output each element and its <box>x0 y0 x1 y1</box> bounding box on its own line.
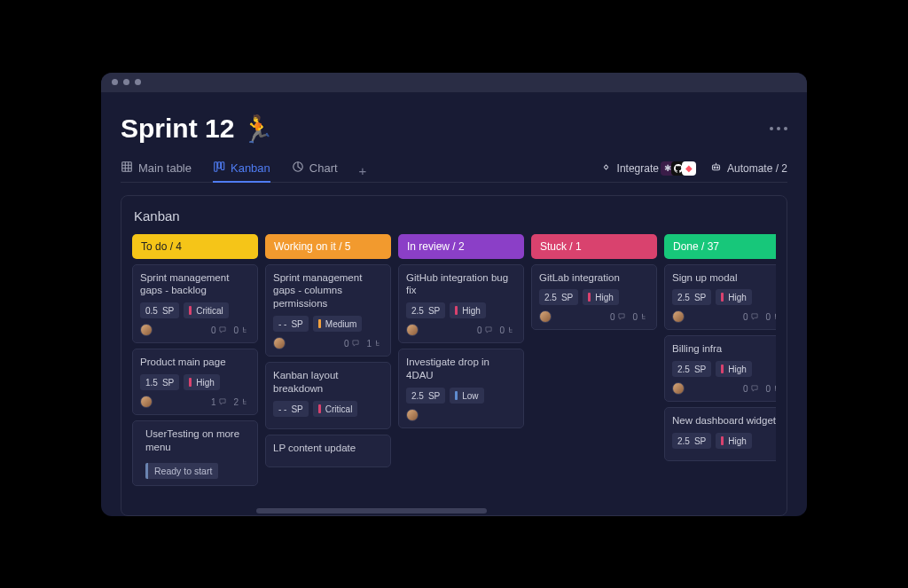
svg-rect-0 <box>122 162 132 172</box>
card-title: GitLab integration <box>539 271 649 285</box>
card-tags: - -SP Critical <box>273 401 383 417</box>
priority-pill: High <box>716 361 752 377</box>
card[interactable]: Kanban layout breakdown - -SP Critical <box>265 362 391 429</box>
traffic-light-maximize[interactable] <box>135 79 141 85</box>
subitem-count: 0 <box>765 312 776 322</box>
card-footer <box>406 409 516 421</box>
avatar <box>672 382 685 395</box>
kanban-columns: To do / 4 Sprint management gaps - backl… <box>132 234 776 514</box>
card-title: Billing infra <box>672 342 776 356</box>
automate-button[interactable]: Automate / 2 <box>710 161 787 176</box>
card[interactable]: GitLab integration 2.5SP High 0 0 <box>531 264 657 331</box>
priority-pill: High <box>716 433 752 449</box>
comment-count: 1 <box>211 397 228 407</box>
avatar <box>539 310 552 323</box>
page-title: Sprint 12 🏃 <box>121 114 274 145</box>
subitem-count: 0 <box>499 325 516 335</box>
story-points-pill: 0.5SP <box>140 302 179 318</box>
priority-pill: Medium <box>313 316 363 332</box>
column-header[interactable]: Stuck / 1 <box>531 234 657 259</box>
comment-count: 0 <box>211 325 228 335</box>
card[interactable]: Product main page 1.5SP High 1 2 <box>132 349 258 415</box>
card[interactable]: UserTesting on more menu Ready to start <box>132 420 258 486</box>
horizontal-scrollbar[interactable] <box>256 508 487 514</box>
priority-pill: High <box>716 289 752 305</box>
traffic-light-close[interactable] <box>112 79 118 85</box>
column-review: In review / 2 GitHub integration bug fix… <box>398 234 524 514</box>
chart-icon <box>292 161 304 176</box>
svg-rect-3 <box>222 161 224 169</box>
story-points-pill: 2.5SP <box>406 302 445 318</box>
card-footer: 0 0 <box>140 324 250 336</box>
card-tags: 2.5SP High <box>539 289 649 305</box>
page-content: Sprint 12 🏃 Main table Kanban Chart + <box>101 92 807 516</box>
kanban-board: Kanban To do / 4 Sprint management gaps … <box>121 195 787 516</box>
card-tags: 2.5SP High <box>672 361 776 377</box>
subitem-count: 1 <box>366 339 383 349</box>
priority-pill: Low <box>450 388 483 404</box>
tab-label: Chart <box>309 161 338 175</box>
board-title: Kanban <box>132 208 776 223</box>
tab-chart[interactable]: Chart <box>292 161 338 181</box>
page-title-emoji: 🏃 <box>241 114 274 145</box>
column-done: Done / 37 Sign up modal 2.5SP High <box>664 234 776 514</box>
tab-main-table[interactable]: Main table <box>121 161 192 181</box>
card-footer: 1 2 <box>140 396 250 408</box>
card-title: UserTesting on more menu <box>145 427 250 454</box>
subitem-count: 0 <box>765 384 776 394</box>
card[interactable]: GitHub integration bug fix 2.5SP High 0 … <box>398 264 524 344</box>
integrate-icon <box>600 161 612 176</box>
card-tags: 0.5SP Critical <box>140 302 250 318</box>
board-actions: Integrate ✱ ◆ Automate / 2 <box>600 161 787 181</box>
card[interactable]: LP content update <box>265 435 391 467</box>
story-points-pill: 1.5SP <box>140 374 179 390</box>
add-view-button[interactable]: + <box>359 163 367 178</box>
card[interactable]: Sign up modal 2.5SP High 0 0 <box>664 264 776 331</box>
card-title: LP content update <box>273 442 383 455</box>
integrate-label: Integrate <box>617 162 659 175</box>
integrate-button[interactable]: Integrate ✱ ◆ <box>600 161 696 176</box>
priority-pill: Critical <box>313 401 358 417</box>
svg-rect-2 <box>218 161 221 168</box>
comment-count: 0 <box>610 312 627 322</box>
column-working: Working on it / 5 Sprint management gaps… <box>265 234 391 514</box>
traffic-light-minimize[interactable] <box>123 79 129 85</box>
card[interactable]: Billing infra 2.5SP High 0 0 <box>664 335 776 402</box>
card-title: Product main page <box>140 356 250 369</box>
story-points-pill: - -SP <box>273 401 309 417</box>
story-points-pill: 2.5SP <box>672 289 711 305</box>
kanban-icon <box>213 161 225 176</box>
priority-pill: High <box>184 374 220 390</box>
card[interactable]: Sprint management gaps - backlog 0.5SP C… <box>132 264 258 344</box>
column-stuck: Stuck / 1 GitLab integration 2.5SP High <box>531 234 657 514</box>
priority-pill: Critical <box>184 302 229 318</box>
svg-point-6 <box>714 167 716 169</box>
card[interactable]: New dashboard widget 2.5SP High <box>664 407 776 461</box>
card[interactable]: Investigate drop in 4DAU 2.5SP Low <box>398 349 524 428</box>
card-title: Kanban layout breakdown <box>273 369 383 396</box>
page-header: Sprint 12 🏃 <box>121 114 787 145</box>
avatar <box>140 396 153 408</box>
column-header[interactable]: In review / 2 <box>398 234 524 259</box>
card-list: Sprint management gaps - backlog 0.5SP C… <box>132 264 258 487</box>
gitlab-icon: ◆ <box>682 161 696 176</box>
comment-count: 0 <box>477 325 494 335</box>
card-tags: 2.5SP High <box>672 433 776 449</box>
card-title: Sprint management gaps - columns permiss… <box>273 271 383 311</box>
column-header[interactable]: Done / 37 <box>664 234 776 259</box>
card-title: Sprint management gaps - backlog <box>140 271 250 298</box>
card-list: GitLab integration 2.5SP High 0 0 <box>531 264 657 331</box>
svg-rect-1 <box>215 161 217 171</box>
tab-kanban[interactable]: Kanban <box>213 161 270 183</box>
svg-point-7 <box>716 167 718 169</box>
story-points-pill: 2.5SP <box>672 433 711 449</box>
column-header[interactable]: To do / 4 <box>132 234 258 259</box>
card-list: Sign up modal 2.5SP High 0 0 <box>664 264 776 462</box>
card[interactable]: Sprint management gaps - columns permiss… <box>265 264 391 357</box>
column-header[interactable]: Working on it / 5 <box>265 234 391 259</box>
comment-count: 0 <box>743 312 760 322</box>
view-tabs: Main table Kanban Chart + Integrate ✱ <box>121 161 787 183</box>
more-menu-button[interactable] <box>770 127 787 130</box>
card-tags: 2.5SP High <box>406 302 516 318</box>
table-icon <box>121 161 133 176</box>
